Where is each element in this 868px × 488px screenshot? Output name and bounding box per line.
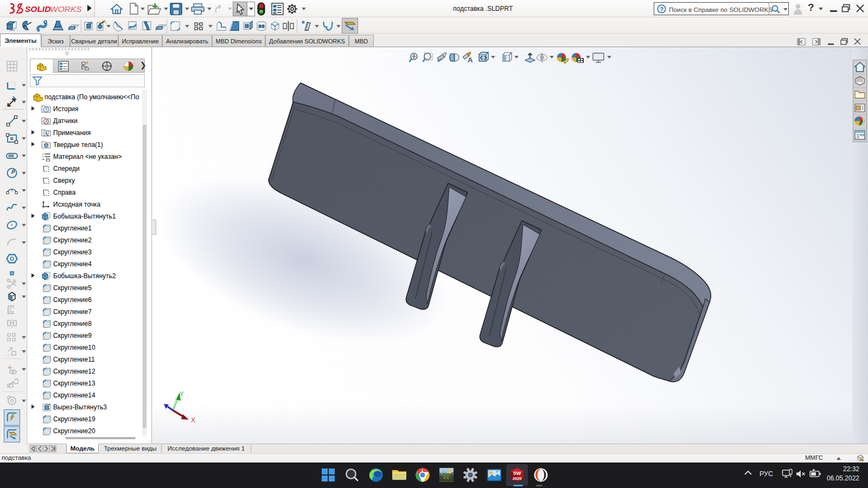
svg-text:SW: SW bbox=[513, 471, 521, 476]
svg-text:SOLID: SOLID bbox=[25, 4, 50, 14]
svg-text:WORKS: WORKS bbox=[50, 4, 82, 14]
svg-text:X: X bbox=[191, 416, 195, 424]
svg-text:A: A bbox=[44, 131, 48, 137]
svg-text:?: ? bbox=[660, 6, 663, 12]
svg-text:2020: 2020 bbox=[513, 476, 522, 481]
svg-text:A: A bbox=[468, 56, 473, 63]
svg-text:Y: Y bbox=[180, 390, 184, 398]
